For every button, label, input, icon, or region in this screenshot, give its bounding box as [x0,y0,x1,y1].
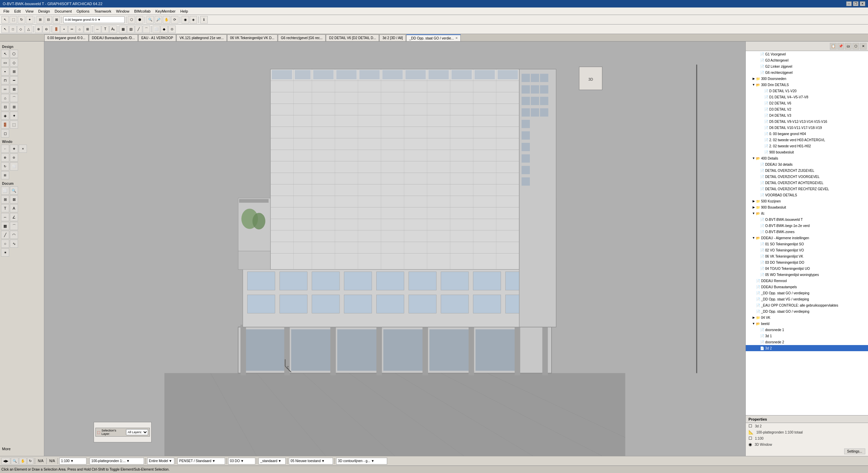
menu-bimcollab[interactable]: BIMcollab [132,9,153,14]
tree-toggle[interactable] [755,162,760,167]
lt-text[interactable]: T [1,204,9,212]
tree-item-do-tek[interactable]: 📄 03 DO Tekeningenlijst DO [746,259,868,265]
tree-toggle[interactable] [755,223,760,228]
lt-pan-up[interactable]: ⊕ [1,153,9,162]
tree-item-ddeau-alg[interactable]: ▼ 📂 DDEAU - Algemene instellingen [746,235,868,241]
tree-item-ddeau-rm[interactable]: 📄 DDEAU Remrool [746,278,868,284]
tb-3d-view[interactable]: ◉ [182,16,189,23]
tb2-hatch[interactable]: ▧ [127,26,135,33]
lt-shell[interactable]: ⌒ [10,94,18,102]
tree-toggle[interactable] [755,193,760,197]
tree-item-obvt2[interactable]: 📄 O-BVT-BWK-begr-1e-2e verd [746,223,868,229]
tree-item-d6[interactable]: 📄 D6 DETAIL V10-V11-V17-V18-V19 [746,125,868,131]
tree-toggle[interactable] [751,291,756,295]
tree-item-h04[interactable]: 📄 0. 00 begane grond H04 [746,131,868,137]
tree-toggle[interactable] [755,260,760,265]
tree-item-opp-go2[interactable]: 📄 _DD Opp. staat GO / verdieping [746,308,868,314]
project-tree[interactable]: 📄 G1 Voorgevel 📄 G3 Achtergevel 📄 G2 Lin… [746,51,868,415]
tb2-label[interactable]: A₁ [109,26,117,33]
tree-toggle[interactable] [755,174,760,179]
tree-toggle[interactable] [755,168,760,173]
tb2-obj[interactable]: ◆ [160,26,168,33]
tb2-arrow[interactable]: ↖ [1,26,9,33]
tree-item-d3[interactable]: 📄 D3 DETAIL V2 [746,106,868,112]
tree-toggle[interactable] [759,125,764,130]
lt-zone[interactable]: ⬜ [1,186,9,195]
tb2-stair[interactable]: ⊞ [84,26,91,33]
more-button[interactable]: More [2,447,11,451]
tree-item-ddeau-bu[interactable]: 📄 DDEAU Bureautampels [746,284,868,290]
tree-toggle[interactable] [759,101,764,105]
tree-toggle[interactable] [759,131,764,136]
lt-spline[interactable]: ∿ [10,240,18,248]
tb2-dim[interactable]: ↔ [94,26,101,33]
lt-nav-arrows[interactable]: ✤ [10,145,18,153]
tree-item-500k[interactable]: ▶ 📁 500 Kozijnen [746,198,868,204]
tree-item-d0[interactable]: 📄 D DETAIL V1-V20 [746,88,868,94]
tree-toggle[interactable] [751,284,756,289]
tree-item-3d2[interactable]: 📄 3d 2 [746,345,868,351]
tree-toggle[interactable] [755,248,760,252]
lt-fit[interactable]: ⬜ [10,162,18,170]
menu-keymember[interactable]: KeyMember [153,9,177,14]
lt-skylight[interactable]: ◻ [1,129,9,137]
tab-1[interactable]: 0.00 begane grond /0 0... [44,34,89,41]
lt-railing[interactable]: ⊞ [10,103,18,111]
sb-zoom-btn[interactable]: 🔍 [11,458,18,464]
tree-toggle[interactable] [755,229,760,234]
tb-view2[interactable]: ⬢ [136,16,143,23]
tree-toggle[interactable] [759,150,764,154]
tree-toggle[interactable] [755,327,760,332]
tb2-slab[interactable]: ═ [68,26,76,33]
tb2-wall[interactable]: ▪ [60,26,68,33]
tb-arrow[interactable]: ↖ [1,16,9,23]
tree-item-ds1[interactable]: 📄 doorsnede 1 [746,327,868,333]
menu-window[interactable]: Window [114,9,131,14]
tree-item-900b[interactable]: ▶ 📁 900 Bouwbesluit [746,204,868,210]
tb2-curve[interactable]: ⌒ [143,26,150,33]
tree-toggle[interactable] [751,309,756,314]
tree-toggle[interactable] [755,333,760,338]
lt-orbit[interactable]: ↻ [1,162,9,170]
lt-arc[interactable]: ◠ [10,231,18,239]
sb-floor-dropdown[interactable]: 100-plattegronden 1:... ▼ [90,458,144,464]
tb-select[interactable]: ⬚ [10,16,17,23]
menu-edit[interactable]: Edit [12,9,23,14]
lt-wall[interactable]: ▪ [1,67,9,76]
lt-beam[interactable]: ━ [10,76,18,84]
window-controls[interactable]: ─ ❐ ✕ [846,1,865,6]
tree-toggle[interactable] [751,297,756,301]
lt-smart[interactable]: ✦ [10,112,18,120]
tree-toggle[interactable] [755,58,760,63]
panel-btn-4[interactable]: ⬡ [852,43,859,50]
tree-item-obvt1[interactable]: 📄 O-BVT-BWK-bouwveld T [746,216,868,223]
tree-toggle[interactable]: ▼ [751,235,756,240]
tb-magic[interactable]: ✦ [26,16,33,23]
tree-toggle[interactable] [755,70,760,75]
tree-toggle[interactable] [751,303,756,308]
tree-item-eau-opp[interactable]: 📄 _EAU OPP CONTROLE: alle gebruiksopperv… [746,302,868,308]
lt-stair[interactable]: ⊟ [1,103,9,111]
lt-line[interactable]: ╱ [1,231,9,239]
tree-item-04vk[interactable]: ▶ 📁 04 VK [746,314,868,321]
tb-lock[interactable]: ⊠ [53,16,60,23]
tree-item-d1[interactable]: 📄 D1 DETAIL V4--V5-V7-V8 [746,94,868,100]
tree-toggle[interactable] [755,217,760,222]
tree-toggle[interactable]: ▼ [751,211,756,216]
tab-close-9[interactable]: ✕ [455,36,458,40]
restore-button[interactable]: ❐ [853,1,858,6]
minimize-button[interactable]: ─ [846,1,852,6]
lt-dim-linear[interactable]: ↔ [1,213,9,221]
sb-do-dropdown[interactable]: 03 DO ▼ [228,458,255,464]
tb-zoom-out[interactable]: 🔎 [155,16,162,23]
tb-info[interactable]: ℹ [200,16,208,23]
tb2-sel2[interactable]: ◇ [17,26,25,33]
tree-toggle[interactable]: ▶ [751,76,756,81]
tree-item-opp-vg[interactable]: 📄 _DD Opp. staat VG / verdieping [746,296,868,302]
tree-item-obvt3[interactable]: 📄 O-BVT-BWK-zones [746,229,868,235]
tree-item-ds2[interactable]: 📄 doorsnede 2 [746,339,868,345]
tab-8[interactable]: 3d 2 [3D / All] [379,34,406,41]
lt-arrow[interactable]: ↖ [1,50,9,58]
tree-item-uo-tek[interactable]: 📄 04 TO/UO Tekeningenlijst UO [746,265,868,272]
tab-7[interactable]: D2 DETAIL V6 [D2 DETAIL D... [326,34,379,41]
